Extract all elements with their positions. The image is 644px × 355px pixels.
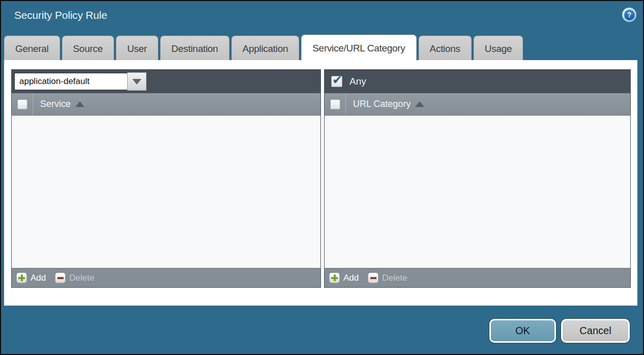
service-delete-button[interactable]: Delete [55, 272, 94, 283]
add-button-label: Add [343, 273, 359, 283]
sort-ascending-icon [415, 101, 424, 107]
service-select-all-cell [12, 93, 33, 115]
tab-destination[interactable]: Destination [160, 36, 229, 61]
any-checkbox[interactable] [331, 76, 342, 87]
url-category-list-body[interactable] [325, 116, 630, 268]
tab-general[interactable]: General [4, 36, 60, 61]
delete-button-label: Delete [382, 273, 407, 283]
tab-usage[interactable]: Usage [474, 36, 523, 61]
tab-service-url-category[interactable]: Service/URL Category [301, 35, 416, 61]
cancel-button[interactable]: Cancel [561, 319, 630, 343]
tab-user[interactable]: User [116, 36, 158, 61]
dialog-content: Service Add Delete Any [4, 60, 637, 306]
any-row: Any [327, 76, 366, 87]
tab-actions[interactable]: Actions [419, 36, 472, 61]
url-category-add-button[interactable]: Add [329, 272, 359, 283]
url-category-select-all-cell [325, 93, 346, 115]
page-title: Security Policy Rule [14, 9, 107, 21]
ok-button[interactable]: OK [489, 319, 556, 343]
url-category-toolbar: Any [325, 70, 630, 93]
help-icon[interactable]: ? [622, 8, 636, 22]
url-category-panel: Any URL Category Add Delete [324, 69, 631, 288]
url-category-table-header: URL Category [325, 93, 630, 116]
tab-application[interactable]: Application [231, 36, 300, 61]
any-label: Any [349, 76, 366, 87]
service-type-dropdown[interactable] [14, 72, 147, 91]
delete-button-label: Delete [69, 273, 94, 283]
service-footer: Add Delete [12, 268, 320, 287]
url-category-delete-button[interactable]: Delete [368, 272, 407, 283]
service-type-input[interactable] [14, 73, 127, 90]
service-select-all-checkbox[interactable] [17, 99, 27, 110]
service-panel: Service Add Delete [11, 69, 321, 288]
minus-icon [55, 272, 66, 283]
service-table-header: Service [12, 93, 320, 116]
url-category-select-all-checkbox[interactable] [330, 99, 340, 110]
question-mark-icon: ? [624, 10, 635, 20]
service-type-dropdown-button[interactable] [127, 72, 147, 91]
security-policy-rule-dialog: Security Policy Rule ? GeneralSourceUser… [0, 0, 644, 355]
tab-source[interactable]: Source [62, 36, 114, 61]
minus-icon [368, 272, 378, 283]
url-category-column-header[interactable]: URL Category [353, 99, 411, 110]
add-button-label: Add [31, 273, 46, 283]
service-toolbar [12, 70, 320, 93]
service-add-button[interactable]: Add [16, 272, 46, 283]
service-list-body[interactable] [12, 116, 320, 268]
service-column-header[interactable]: Service [40, 99, 71, 110]
plus-icon [329, 272, 340, 283]
url-category-footer: Add Delete [325, 268, 630, 287]
sort-ascending-icon [75, 101, 84, 107]
tab-bar: GeneralSourceUserDestinationApplicationS… [4, 35, 523, 61]
plus-icon [16, 272, 27, 283]
chevron-down-icon [132, 79, 141, 85]
